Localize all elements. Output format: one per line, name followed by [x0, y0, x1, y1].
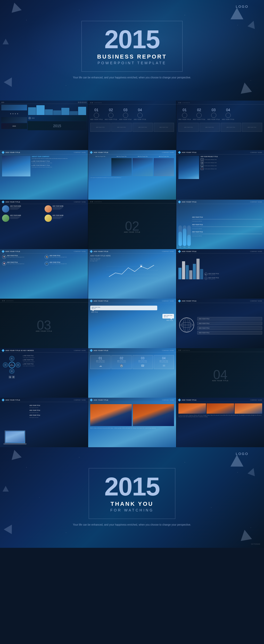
bridge-title-label: ADD YOUR TITLE [94, 399, 108, 401]
barchart-content: ▶ ADD YOUR TITLE Lorem ipsum text ⬇ ADD … [176, 254, 264, 299]
keywords-content: KEYWORDS 01 02 03 04 📄 📊 ▸ ADD YOUR TITL… [0, 353, 88, 398]
linechart-content: ADD YOUR TITLE HERE Don't forget the thi… [88, 254, 176, 299]
slide-header-chat: ADD YOUR TITLE COMPANY NAME [88, 299, 176, 303]
slide-header-projects: ADD YOUR TITLE COMPANY NAME [88, 150, 176, 154]
diamond-icon-bullets [2, 250, 4, 253]
slide-header-barchart: ADD YOUR TITLE COMPANY NAME [176, 249, 264, 254]
slide-header-bullets: ADD YOUR TITLE COMPANY NAME [0, 249, 88, 254]
end-logo-text: LOGO [236, 452, 249, 456]
globe-content: ADD YOUR TITLE ADD YOUR TITLE ADD YOUR T… [176, 303, 264, 348]
end-title-box: 2015 THANK YOU FOR WATCHING [89, 468, 175, 519]
mini-slide-linechart: ADD YOUR TITLE COMPANY NAME ADD YOUR TIT… [88, 249, 176, 299]
mini-slide-toc03: 目录 CONTENTS 03 ADD YOUR TITLE [0, 299, 88, 348]
slide-header-laptop: ADD YOUR TITLE COMPANY NAME [0, 398, 88, 402]
bridge2-title-label: ADD YOUR TITLE [182, 399, 196, 401]
projects-content: Add Your Project Title Add Your Project … [88, 154, 176, 200]
globe-title-label: ADD YOUR TITLE [182, 300, 196, 302]
slide-header-thermo: ADD YOUR TITLE COMPANY NAME [176, 200, 264, 204]
slide-header-icons: ADD YOUR TITLE COMPANY NAME [176, 150, 264, 154]
bullets-title-label: ADD YOUR TITLE [5, 251, 20, 252]
diamond-icon-team [2, 200, 4, 203]
mini-slide-toc2: 目录 CONTENTS 01 ADD YOUR TITLE 02 ADD YOU… [176, 101, 264, 150]
slide-header-linechart: ADD YOUR TITLE COMPANY NAME [88, 249, 176, 254]
slides-grid-row6: ADD YOUR TITLE 02 KEY Words COMPANY NAME… [0, 348, 264, 398]
watermark: 04793948 [251, 543, 260, 545]
triangle-deco-1 [230, 8, 243, 19]
slide-header-about: ADD YOUR TITLE COMPANY NAME [0, 150, 88, 154]
keywords-title-label: ADD YOUR TITLE 02 KEY Words [5, 350, 34, 351]
triangle-deco-6 [3, 39, 9, 44]
toc02-content: 02 ADD YOUR TITLE [88, 203, 176, 249]
diamond-icon-keywords [2, 349, 4, 352]
diamond-icon-globe [178, 299, 181, 302]
end-tri1 [230, 455, 243, 467]
icons-content: ADD YOUR PROJECT TITLE ✉ Lorem ipsum add… [176, 154, 264, 200]
globe-svg [178, 317, 195, 333]
mini-slide-bullets: ADD YOUR TITLE COMPANY NAME 📢 ADD YOUR T… [0, 249, 88, 299]
slide-header-toc02: 目录 CONTENTS [88, 200, 176, 203]
slide-header-bridge2: ADD YOUR TITLE COMPANY NAME [176, 398, 264, 402]
end-slide: LOGO 2015 THANK YOU FOR WATCHING Your li… [0, 447, 264, 548]
chat-content: ADD YOUR TITLE ADD TITLE ADD TITLE ADD Y… [88, 303, 176, 348]
diamond-icon-laptop [2, 398, 4, 401]
mini-slide-bridge: ADD YOUR TITLE COMPANY NAME Add for toda… [88, 398, 176, 447]
mini-slide-globe: ADD YOUR TITLE COMPANY NAME ADD YOU [176, 299, 264, 348]
slide-header-steps4: ADD YOUR TITLE COMPANY NAME [88, 348, 176, 353]
main-title: BUSINESS REPORT [97, 53, 167, 60]
diamond-icon-thermo [178, 200, 181, 203]
title-box: 2015 BUSINESS REPORT POWERPOINT TEMPLATE [81, 21, 183, 72]
slide-header-keywords: ADD YOUR TITLE 02 KEY Words COMPANY NAME [0, 348, 88, 353]
laptop-content: ADD YOUR TITLE Lorem ipsum text here. AD… [0, 402, 88, 447]
slides-grid-row1: 2015 ✦ ✦ ✦ ✦ 2015 [0, 101, 264, 150]
end-tri6 [3, 486, 9, 492]
toc-item-2: 02 ADD YOUR TITLE [105, 108, 117, 120]
end-tri5 [239, 529, 252, 541]
mini-slide-toc1: 目录 CONTENTS 01 ADD YOUR TITLE 02 ADD YOU… [88, 101, 176, 150]
diamond-icon-3 [178, 151, 181, 154]
mini-slide-laptop: ADD YOUR TITLE COMPANY NAME [0, 398, 88, 447]
year-display: 2015 [97, 26, 167, 52]
toc1-content: 01 ADD YOUR TITLE 02 ADD YOUR TITLE 03 A… [88, 104, 176, 150]
about-title-label: ADD YOUR TITLE [5, 152, 20, 153]
team-title-label: ADD YOUR TITLE [5, 201, 20, 203]
title-slide: LOGO 2015 BUSINESS REPORT POWERPOINT TEM… [0, 0, 264, 101]
slide-header-toc03: 目录 CONTENTS [0, 299, 88, 303]
steps4-title-label: ADD YOUR TITLE [94, 350, 108, 351]
triangle-deco-5 [239, 81, 252, 94]
diamond-icon-bridge [90, 398, 93, 401]
mini-slide-icons: ADD YOUR TITLE COMPANY NAME ADD YOUR PRO… [176, 150, 264, 200]
bullets-content: 📢 ADD YOUR TITLE Lorem ipsum add your te… [0, 254, 88, 299]
mini-slide-about: ADD YOUR TITLE COMPANY NAME ABOUT OUR CO… [0, 150, 88, 200]
end-description-text: Your life can be enhanced, and your happ… [73, 523, 191, 527]
slide-header-toc1: 目录 CONTENTS [88, 101, 176, 104]
mini-slide-keywords: ADD YOUR TITLE 02 KEY Words COMPANY NAME… [0, 348, 88, 398]
mini-slide-steps4: ADD YOUR TITLE COMPANY NAME 01 ADD YOUR … [88, 348, 176, 398]
slides-grid-row5: 目录 CONTENTS 03 ADD YOUR TITLE ADD YOUR T… [0, 299, 264, 348]
slides-grid-row3: ADD YOUR TITLE COMPANY NAME ADD YOUR NAM… [0, 200, 264, 249]
toc-item-4: 04 ADD YOUR TITLE [134, 108, 146, 120]
subtitle: POWERPOINT TEMPLATE [97, 61, 167, 65]
projects-title-label: ADD YOUR TITLE [94, 152, 108, 153]
end-for-watching: FOR WATCHING [104, 508, 160, 512]
bridge2-content: I once am and used to keeping a distance… [176, 402, 264, 447]
mini-slide-overview: 2015 ✦ ✦ ✦ ✦ 2015 [0, 101, 88, 150]
mini-slide-barchart: ADD YOUR TITLE COMPANY NAME ▶ [176, 249, 264, 299]
end-thank-you: THANK YOU [104, 501, 160, 507]
slide-header-globe: ADD YOUR TITLE COMPANY NAME [176, 299, 264, 303]
icons-title-label: ADD YOUR TITLE [182, 152, 196, 153]
linechart-title-label: ADD YOUR TITLE [94, 251, 108, 252]
thermo-content: 70% 85% 55% [176, 204, 264, 249]
slides-grid-row2: ADD YOUR TITLE COMPANY NAME ABOUT OUR CO… [0, 150, 264, 200]
description-text: Your life can be enhanced, and your happ… [73, 76, 191, 80]
diamond-icon-2 [90, 151, 93, 154]
slide-header-toc2: 目录 CONTENTS [176, 101, 264, 104]
diamond-icon [2, 151, 4, 154]
chat-title-label: ADD YOUR TITLE [94, 300, 108, 302]
slides-grid-row7: ADD YOUR TITLE COMPANY NAME [0, 398, 264, 447]
steps4-content: 01 ADD YOUR TITLE Lorem ipsum placeholde… [88, 353, 176, 398]
mini-slide-bridge2: ADD YOUR TITLE COMPANY NAME I once am an… [176, 398, 264, 447]
bridge-content: Add for today I will exercise my soul in… [88, 402, 176, 447]
toc-item-1: 01 ADD YOUR TITLE [90, 108, 103, 120]
diamond-icon-steps4 [90, 349, 93, 352]
svg-text:15%: 15% [140, 264, 143, 266]
